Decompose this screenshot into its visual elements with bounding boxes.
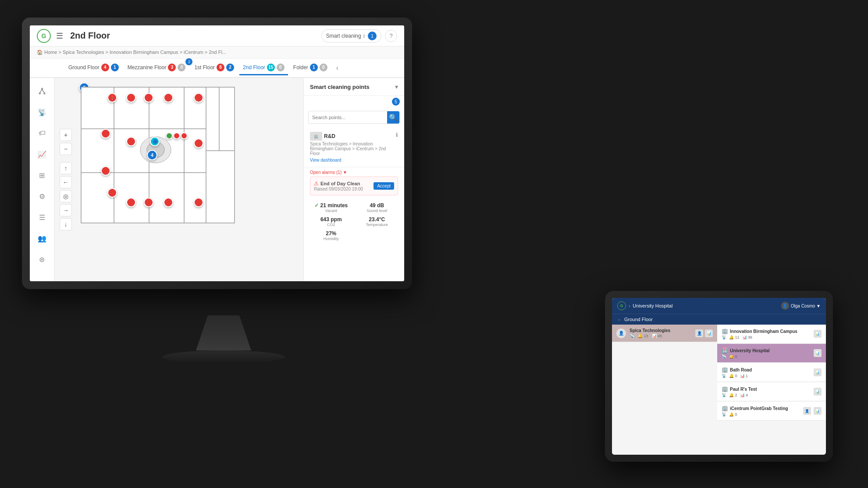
map-pin-1[interactable]: 📍 [107, 93, 117, 103]
sidebar-icon-chart[interactable]: 📈 [34, 146, 50, 162]
map-pin-6[interactable] [101, 129, 110, 138]
tablet-right-item-name-bath: Bath Road [730, 368, 812, 372]
tablet-item-content-spica: Spica Technologies 📡 🔔 13 📊 45 [630, 328, 695, 338]
sidebar-icon-nodes[interactable]: ⊛ [34, 251, 50, 267]
map-badge-4: 4 [147, 150, 157, 160]
zoom-out-button[interactable]: − [60, 143, 72, 155]
map-pin-green-2[interactable] [173, 132, 180, 139]
sidebar-icon-users[interactable]: 👥 [34, 230, 50, 246]
help-button[interactable]: ? [385, 30, 397, 42]
map-pin-9[interactable] [101, 166, 110, 176]
metric-antenna-bath: 📡 [722, 374, 726, 378]
tab-1st-floor[interactable]: 1st Floor 8 2 [191, 61, 238, 75]
info-icon-icentrum-person[interactable]: 👤 [803, 407, 811, 415]
tab-folder[interactable]: Folder 1 0 [290, 61, 331, 75]
map-pin-3[interactable] [144, 93, 153, 103]
tablet-action-person-spica[interactable]: 👤 [695, 329, 703, 337]
tablet-back-button[interactable]: ← [617, 317, 622, 322]
tablet-body: 👤 Spica Technologies 📡 🔔 13 📊 45 👤 � [612, 325, 826, 455]
metric-temp-value: 23.4°C [356, 216, 398, 223]
tablet-screen: G › University Hospital 👤 Olga Cosmo ▼ ←… [612, 298, 826, 455]
metric-co2-label: CO2 [310, 223, 352, 227]
sidebar-icon-settings[interactable]: ⚙ [34, 188, 50, 204]
panel-collapse-icon[interactable]: ▾ [395, 83, 398, 90]
search-input[interactable] [309, 113, 387, 122]
map-pin-10[interactable] [107, 188, 117, 198]
sidebar-icon-antenna[interactable]: 📡 [34, 104, 50, 120]
tablet-right-icon-paul: 🏢 [722, 386, 728, 392]
panel-item-header: 🏢 R&D Spica Technologies > Innovation Bi… [310, 132, 398, 163]
tablet-right-item-paul[interactable]: 🏢 Paul R's Test 📡 🔔 2 📊 4 📊 [717, 382, 826, 401]
panel-item-info-icon[interactable]: ℹ [396, 132, 398, 138]
map-pin-green-3[interactable] [181, 132, 188, 139]
info-icon-paul[interactable]: 📊 [814, 388, 822, 396]
icentrum-actions: 👤 📊 [801, 407, 822, 415]
compass-button[interactable]: ◎ [60, 190, 72, 202]
tab-2nd-floor[interactable]: 2nd Floor 15 0 [239, 61, 288, 75]
tablet-right-icon-innovation: 🏢 [722, 328, 728, 334]
tablet-logo-arrow: › [629, 304, 630, 308]
smart-cleaning-selector[interactable]: Smart cleaning ↕ 1 [321, 29, 381, 42]
sidebar-icon-tag[interactable]: 🏷 [34, 125, 50, 141]
hamburger-icon[interactable]: ☰ [56, 31, 63, 41]
tab-ground-floor[interactable]: Ground Floor 4 1 [65, 61, 122, 75]
accept-button[interactable]: Accept [374, 182, 394, 190]
search-button[interactable]: 🔍 [387, 111, 399, 124]
panel-item-name: R&D [324, 133, 335, 139]
tab-mezzanine[interactable]: Mezzanine Floor 3 0 2 [124, 61, 189, 75]
panel-item-dashboard-link[interactable]: View dashboard [310, 158, 396, 163]
map-pin-11[interactable] [126, 198, 136, 207]
metric-vacant-value: ✓ 21 minutes [310, 202, 352, 209]
sidebar-icon-grid[interactable]: ⊞ [34, 167, 50, 183]
left-sidebar: 📡 🏷 📈 ⊞ ⚙ ☰ 👥 ⊛ [30, 78, 54, 281]
svg-line-4 [42, 89, 44, 93]
info-icon-innovation[interactable]: 📊 [814, 330, 822, 338]
map-pin-4[interactable] [164, 93, 173, 103]
panel-badge-row: 5 [304, 96, 404, 107]
scroll-left-icon[interactable]: ‹ [336, 64, 338, 72]
map-pin-14[interactable] [194, 198, 203, 207]
pan-down-button[interactable]: ↓ [60, 218, 72, 230]
metric-co2-value: 643 ppm [310, 216, 352, 223]
map-pin-8[interactable] [194, 138, 203, 148]
tablet-subheader: ← Ground Floor [612, 314, 826, 325]
map-pin-13[interactable] [164, 198, 173, 207]
tablet-right-item-info-icentrum: 🏢 iCentrum PointGrab Testing 📡 🔔 0 [722, 405, 801, 417]
tablet-right-item-bath[interactable]: 🏢 Bath Road 📡 🔔 0 📊 1 📊 [717, 363, 826, 382]
map-pin-7[interactable] [126, 137, 136, 146]
info-icon-icentrum-chart[interactable]: 📊 [814, 407, 822, 415]
panel-title: Smart cleaning points [310, 84, 370, 90]
zoom-in-button[interactable]: + [60, 129, 72, 141]
pan-left-button[interactable]: ← [60, 176, 72, 188]
tablet-app-title: University Hospital [633, 303, 672, 308]
tablet-user[interactable]: 👤 Olga Cosmo ▼ [781, 302, 821, 310]
alert-open-label[interactable]: Open alarms (1) ▼ [310, 170, 398, 175]
info-icon-bath[interactable]: 📊 [814, 368, 822, 376]
sidebar-icon-network[interactable] [34, 83, 50, 99]
map-pin-5[interactable] [194, 93, 203, 103]
tablet-action-chart-spica[interactable]: 📊 [705, 329, 713, 337]
map-pin-12[interactable] [144, 198, 153, 207]
tablet-right-item-hospital[interactable]: 🏥 University Hospital 📡 🔔 0 📊 [717, 344, 826, 363]
tab-ground-floor-label: Ground Floor [68, 64, 100, 71]
metric-antenna-icentrum: 📡 [722, 412, 726, 417]
tablet-left-panel: 👤 Spica Technologies 📡 🔔 13 📊 45 👤 � [612, 325, 717, 455]
map-pin-green-1[interactable] [166, 132, 173, 139]
map-pin-center[interactable]: 🔵 [150, 137, 160, 146]
tablet-list-item-spica[interactable]: 👤 Spica Technologies 📡 🔔 13 📊 45 👤 � [612, 325, 717, 342]
panel-header: Smart cleaning points ▾ [304, 78, 404, 96]
tablet-right-item-icentrum[interactable]: 🏢 iCentrum PointGrab Testing 📡 🔔 0 👤 📊 [717, 402, 826, 421]
alert-title-row: ⚠ End of Day Clean [314, 180, 363, 187]
pan-right-button[interactable]: → [60, 204, 72, 216]
map-pin-2[interactable] [126, 93, 136, 103]
metric-bell-spica: 🔔 13 [638, 334, 648, 338]
metric-check-icon: ✓ [314, 202, 319, 209]
pan-up-button[interactable]: ↑ [60, 162, 72, 174]
alert-box: ⚠ End of Day Clean Raised 09/03/2020 19:… [310, 177, 398, 195]
metric-temp-label: Temperature [356, 223, 398, 227]
tablet-right-item-innovation[interactable]: 🏢 Innovation Birmingham Campus 📡 🔔 11 📊 … [717, 325, 826, 343]
info-icon-hospital[interactable]: 📊 [814, 349, 822, 357]
panel-count-badge: 5 [392, 98, 400, 106]
sidebar-icon-list[interactable]: ☰ [34, 209, 50, 225]
alert-time: Raised 09/03/2020 19:00 [314, 187, 363, 191]
